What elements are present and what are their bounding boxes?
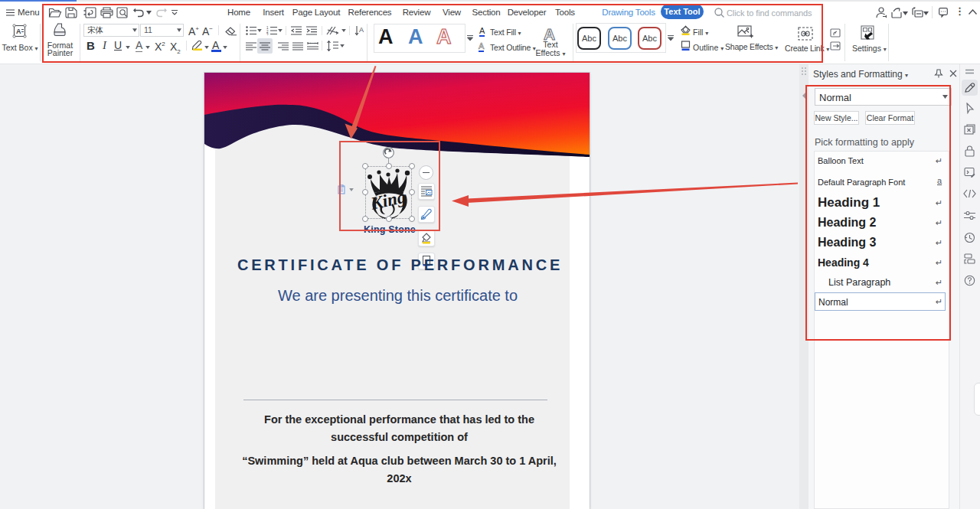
svg-text:A: A xyxy=(16,28,21,35)
